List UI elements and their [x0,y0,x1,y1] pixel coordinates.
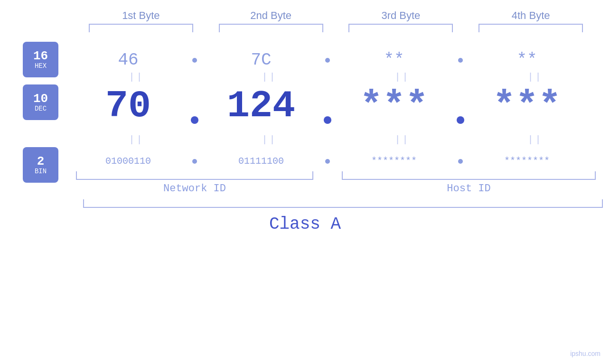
hex-byte3: ** [342,50,446,70]
dec-byte4: *** [475,84,579,128]
hex-dot1 [192,58,197,63]
dec-values-line: 70 124 *** *** [0,84,610,132]
bin-byte4: ******** [475,156,579,167]
dec-dot2 [324,116,331,124]
bottom-brackets-row [0,171,610,180]
eq2-b3: || [350,134,455,145]
hex-dot3 [458,58,463,63]
dec-badge: 10 DEC [23,84,58,120]
eq1-b4: || [483,72,588,83]
bin-dot3 [458,159,463,164]
bin-sep2 [313,159,342,164]
host-id-label: Host ID [342,183,596,195]
hex-byte4: ** [475,50,579,70]
dec-byte1: 70 [76,84,180,128]
byte1-label: 1st Byte [89,9,193,22]
eq-line-2: || || || || [9,134,602,145]
bracket-byte1 [89,24,193,32]
hex-byte1: 46 [76,50,180,70]
dec-section: 10 DEC 70 124 *** *** [0,84,610,132]
bin-dot2 [325,159,330,164]
eq1-b1: || [84,72,189,83]
bin-section: 2 BIN 01000110 01111100 ******** * [0,147,610,167]
bin-dot1 [192,159,197,164]
watermark: ipshu.com [570,350,601,357]
hex-dot2 [325,58,330,63]
hex-badge: 16 HEX [23,42,58,77]
bin-values-line: 01000110 01111100 ******** ******** [0,147,610,167]
bin-sep3 [446,159,475,164]
dec-byte2: 124 [209,84,313,128]
dec-sep2 [313,116,342,128]
dec-sep1 [180,116,209,128]
eq2-b1: || [84,134,189,145]
network-bracket [76,171,313,180]
byte4-label: 4th Byte [479,9,583,22]
dec-dot1 [191,116,198,124]
byte3-label: 3rd Byte [348,9,453,22]
bin-byte3: ******** [342,156,446,167]
hex-byte2: 7C [209,50,313,70]
bracket-byte2 [219,24,323,32]
bracket-byte4 [479,24,583,32]
eq2-b4: || [483,134,588,145]
byte2-label: 2nd Byte [219,9,323,22]
hex-sep3 [446,58,475,63]
hex-section: 16 HEX 46 7C ** ** [0,42,610,70]
network-id-label: Network ID [76,183,313,195]
bin-byte1: 01000110 [76,156,180,167]
full-bottom-bracket [83,199,603,208]
bin-sep1 [180,159,209,164]
hex-sep2 [313,58,342,63]
dec-sep3 [446,116,475,128]
eq-line-1: || || || || [9,72,602,83]
hex-values-line: 46 7C ** ** [0,42,610,70]
id-labels-row: Network ID Host ID [0,183,610,195]
bin-badge: 2 BIN [23,147,58,183]
top-brackets-row [0,24,610,32]
header-row: 1st Byte 2nd Byte 3rd Byte 4th Byte [0,0,610,22]
main-container: 1st Byte 2nd Byte 3rd Byte 4th Byte 16 H… [0,0,610,364]
hex-sep1 [180,58,209,63]
dec-byte3: *** [342,84,446,128]
bin-byte2: 01111100 [209,156,313,167]
dec-dot3 [457,116,464,124]
eq1-b3: || [350,72,455,83]
class-label: Class A [0,215,610,234]
bracket-byte3 [348,24,453,32]
host-bracket [342,171,596,180]
eq2-b2: || [217,134,322,145]
eq1-b2: || [217,72,322,83]
